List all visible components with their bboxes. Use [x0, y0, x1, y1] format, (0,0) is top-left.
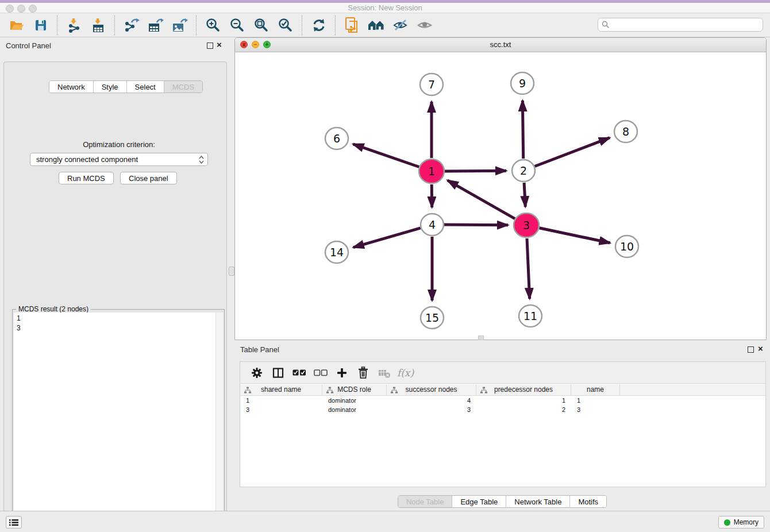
node-table-header: shared nameMCDS rolesuccessor nodesprede…: [240, 384, 765, 396]
graph-node-15[interactable]: [421, 307, 444, 329]
select-all-button[interactable]: [288, 364, 310, 382]
table-cell[interactable]: 3: [240, 405, 322, 414]
optimization-criterion-select[interactable]: strongly connected component: [30, 153, 208, 166]
close-panel-button[interactable]: Close panel: [120, 172, 177, 184]
tab-style[interactable]: Style: [94, 81, 127, 92]
function-builder-button[interactable]: f(x): [395, 364, 416, 382]
mcds-result-scrollbar[interactable]: [215, 313, 223, 523]
canvas-resize-grip[interactable]: [478, 336, 484, 340]
network-canvas[interactable]: 7968124314101511: [235, 52, 766, 340]
table-row[interactable]: 3dominator323: [240, 405, 765, 414]
float-panel-icon[interactable]: [207, 43, 213, 49]
tab-network-table[interactable]: Network Table: [506, 496, 570, 507]
graph-node-3[interactable]: [514, 213, 539, 237]
column-header-successor-nodes[interactable]: successor nodes: [387, 384, 476, 395]
zoom-selected-button[interactable]: [274, 15, 298, 36]
column-type-icon: [480, 387, 487, 394]
node-table: shared nameMCDS rolesuccessor nodesprede…: [240, 384, 765, 414]
mcds-tab-pane: Network Style Select MCDS Optimization c…: [3, 61, 227, 532]
table-cell[interactable]: 3: [387, 405, 476, 414]
table-cell[interactable]: 2: [476, 405, 571, 414]
mcds-result-list[interactable]: 1 3: [14, 313, 216, 523]
graph-node-2[interactable]: [512, 160, 535, 182]
float-table-panel-icon[interactable]: [748, 346, 754, 353]
edge-2-to-9[interactable]: [522, 101, 523, 159]
tab-edge-table[interactable]: Edge Table: [452, 496, 506, 507]
import-network-button[interactable]: [62, 15, 86, 36]
table-cell[interactable]: 1: [571, 396, 620, 405]
panel-divider-grip[interactable]: [229, 267, 234, 276]
delete-table-button[interactable]: [374, 364, 395, 382]
zoom-fit-button[interactable]: [249, 15, 274, 36]
column-header-shared-name[interactable]: shared name: [240, 384, 322, 395]
graph-node-4[interactable]: [421, 214, 444, 236]
checked-boxes-icon: [292, 369, 306, 377]
table-cell[interactable]: 1: [240, 396, 322, 405]
edge-3-to-10[interactable]: [540, 228, 610, 243]
search-input[interactable]: [598, 18, 763, 32]
export-table-button[interactable]: [144, 15, 168, 36]
save-session-button[interactable]: [29, 15, 53, 36]
table-cell[interactable]: 4: [387, 396, 476, 405]
graph-node-10[interactable]: [615, 236, 638, 257]
graph-node-7[interactable]: [420, 74, 443, 95]
tab-network[interactable]: Network: [49, 81, 94, 92]
edge-3-to-1[interactable]: [448, 180, 515, 219]
column-type-icon: [391, 387, 398, 394]
control-panel: Control Panel × Network Style Select MCD…: [0, 37, 230, 511]
task-history-button[interactable]: [6, 516, 22, 529]
edge-1-to-2[interactable]: [445, 171, 506, 171]
edge-4-to-14[interactable]: [353, 228, 421, 248]
import-table-button[interactable]: [86, 15, 110, 36]
graph-node-11[interactable]: [519, 305, 542, 327]
network-view-title: scc.txt: [235, 40, 766, 49]
zoom-out-button[interactable]: [225, 15, 249, 36]
delete-column-button[interactable]: [352, 364, 374, 382]
table-row[interactable]: 1dominator411: [240, 396, 765, 405]
memory-button[interactable]: Memory: [718, 516, 764, 529]
column-header-name[interactable]: name: [571, 384, 620, 395]
table-settings-button[interactable]: [246, 364, 267, 382]
close-panel-icon[interactable]: ×: [217, 40, 222, 49]
first-neighbors-button[interactable]: [364, 15, 388, 36]
tab-node-table[interactable]: Node Table: [398, 496, 453, 507]
deselect-all-button[interactable]: [310, 364, 331, 382]
zoom-in-button[interactable]: [201, 15, 225, 36]
show-column-panel-button[interactable]: [267, 364, 288, 382]
eye-slash-icon: [392, 18, 409, 33]
export-network-button[interactable]: [120, 15, 144, 36]
create-column-button[interactable]: [331, 364, 352, 382]
column-header-predecessor-nodes[interactable]: predecessor nodes: [476, 384, 571, 395]
close-table-panel-icon[interactable]: ×: [758, 344, 763, 353]
edge-2-to-8[interactable]: [535, 138, 610, 167]
network-window-titlebar[interactable]: x − + scc.txt: [235, 38, 766, 52]
edge-1-to-4[interactable]: [432, 184, 432, 207]
edge-1-to-6[interactable]: [353, 144, 419, 167]
column-header-MCDS-role[interactable]: MCDS role: [322, 384, 387, 395]
toolbar-separator: [114, 16, 116, 35]
table-cell[interactable]: 1: [476, 396, 571, 405]
table-cell[interactable]: dominator: [322, 396, 387, 405]
graph-node-8[interactable]: [614, 121, 637, 142]
show-all-button[interactable]: [413, 15, 437, 36]
table-cell[interactable]: dominator: [322, 405, 387, 414]
run-mcds-button[interactable]: Run MCDS: [59, 172, 114, 184]
apply-layout-button[interactable]: [307, 15, 331, 36]
hide-selected-button[interactable]: [388, 15, 413, 36]
graph-node-14[interactable]: [325, 241, 348, 263]
graph-node-6[interactable]: [325, 128, 348, 149]
column-header-label: predecessor nodes: [494, 385, 553, 394]
table-cell[interactable]: 3: [571, 405, 620, 414]
gear-icon: [251, 367, 263, 379]
tab-mcds[interactable]: MCDS: [164, 81, 202, 92]
new-network-from-selection-button[interactable]: [340, 15, 364, 36]
open-session-button[interactable]: [5, 15, 29, 36]
edge-3-to-11[interactable]: [527, 238, 530, 299]
tab-motifs[interactable]: Motifs: [570, 496, 606, 507]
tab-select[interactable]: Select: [127, 81, 164, 92]
export-image-button[interactable]: [168, 15, 192, 36]
edge-2-to-3[interactable]: [524, 183, 525, 207]
edge-4-to-3[interactable]: [444, 225, 508, 225]
graph-node-9[interactable]: [511, 72, 534, 94]
graph-node-1[interactable]: [419, 159, 444, 183]
